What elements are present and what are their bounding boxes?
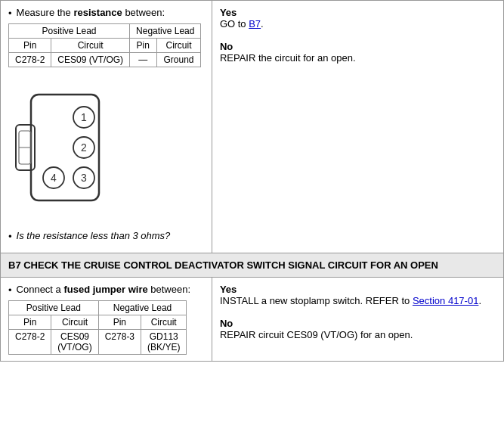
- yes-no-block-b7: Yes INSTALL a new stoplamp switch. REFER…: [220, 284, 496, 340]
- b7-header-cell: B7 CHECK THE CRUISE CONTROL DEACTIVATOR …: [1, 253, 504, 278]
- question-text: Is the resistance less than 3 ohms?: [17, 230, 171, 241]
- connector-diagram: 1 2 3 4: [8, 79, 204, 218]
- neg-circuit-value: Ground: [156, 53, 201, 67]
- connect-bullet-dot: •: [8, 284, 12, 296]
- svg-text:4: 4: [51, 172, 57, 184]
- neg-pin-value: —: [130, 53, 156, 67]
- measure-bullet: • Measure the resistance between:: [8, 7, 204, 19]
- fused-bold: fused jumper wire: [63, 284, 147, 295]
- top-left-cell: • Measure the resistance between: Positi…: [1, 1, 212, 253]
- main-layout-table: • Measure the resistance between: Positi…: [0, 0, 504, 362]
- resistance-table: Positive Lead Negative Lead Pin Circuit …: [8, 23, 201, 67]
- yes-install-text: INSTALL a new stoplamp switch. REFER to: [220, 295, 413, 306]
- positive-lead-header: Positive Lead: [9, 24, 130, 39]
- connect-text: Connect a fused jumper wire between:: [17, 284, 191, 295]
- b7-left-cell: • Connect a fused jumper wire between: P…: [1, 278, 212, 362]
- no-section-b7: No REPAIR circuit CES09 (VT/OG) for an o…: [220, 318, 496, 340]
- svg-text:2: 2: [81, 141, 87, 154]
- no-label-top: No: [220, 41, 233, 52]
- b7-pos-circuit-header: Circuit: [51, 315, 98, 330]
- b7-right-cell: Yes INSTALL a new stoplamp switch. REFER…: [212, 278, 503, 362]
- b7-pos-pin-header: Pin: [9, 315, 51, 330]
- yes-no-block-top: Yes GO to B7. No REPAIR the circuit for …: [220, 7, 496, 64]
- yes-label-top: Yes: [220, 7, 237, 18]
- bullet-dot: •: [8, 8, 12, 19]
- resistance-row: C278-2 CES09 (VT/OG) — Ground: [9, 53, 201, 67]
- b7-pos-pin-value: C278-2: [9, 330, 51, 355]
- svg-text:1: 1: [81, 111, 87, 123]
- yes-go-text: GO to: [220, 18, 249, 30]
- b7-neg-circuit-header: Circuit: [141, 315, 187, 330]
- yes-text-b7: INSTALL a new stoplamp switch. REFER to …: [220, 295, 481, 306]
- no-text-top: REPAIR the circuit for an open.: [220, 52, 356, 64]
- measure-text: Measure the resistance between:: [17, 7, 165, 18]
- no-section-top: No REPAIR the circuit for an open.: [220, 41, 496, 64]
- pos-pin-header: Pin: [9, 39, 51, 53]
- no-label-b7: No: [220, 318, 233, 329]
- b7-neg-pin-value: C278-3: [98, 330, 141, 355]
- b7-neg-circuit-value: GD113(BK/YE): [141, 330, 187, 355]
- b7-lead-table: Positive Lead Negative Lead Pin Circuit …: [8, 300, 187, 355]
- b7-link[interactable]: B7: [249, 18, 261, 30]
- neg-pin-header: Pin: [130, 39, 156, 53]
- negative-lead-header: Negative Lead: [130, 24, 201, 39]
- question-bullet-dot: •: [8, 231, 12, 242]
- pos-circuit-header: Circuit: [51, 39, 130, 53]
- yes-text-top: GO to B7.: [220, 18, 264, 30]
- svg-rect-0: [31, 95, 99, 200]
- b7-lead-row: C278-2 CES09(VT/OG) C278-3 GD113(BK/YE): [9, 330, 187, 355]
- b7-header-text: B7 CHECK THE CRUISE CONTROL DEACTIVATOR …: [8, 259, 438, 271]
- svg-text:3: 3: [81, 172, 87, 184]
- b7-neg-pin-header: Pin: [98, 315, 141, 330]
- section-link[interactable]: Section 417-01: [413, 295, 478, 306]
- yes-section-b7: Yes INSTALL a new stoplamp switch. REFER…: [220, 284, 496, 306]
- yes-label-b7: Yes: [220, 284, 237, 295]
- b7-negative-lead-header: Negative Lead: [98, 301, 187, 315]
- yes-suffix: .: [478, 295, 481, 306]
- neg-circuit-header: Circuit: [156, 39, 201, 53]
- resistance-bold: resistance: [73, 7, 122, 18]
- b7-positive-lead-header: Positive Lead: [9, 301, 99, 315]
- no-text-b7: REPAIR circuit CES09 (VT/OG) for an open…: [220, 329, 413, 340]
- yes-section-top: Yes GO to B7.: [220, 7, 496, 30]
- question-bullet: • Is the resistance less than 3 ohms?: [8, 230, 204, 242]
- pos-circuit-value: CES09 (VT/OG): [51, 53, 130, 67]
- connect-bullet: • Connect a fused jumper wire between:: [8, 284, 204, 296]
- top-right-cell: Yes GO to B7. No REPAIR the circuit for …: [212, 1, 503, 253]
- b7-pos-circuit-value: CES09(VT/OG): [51, 330, 98, 355]
- pos-pin-value: C278-2: [9, 53, 51, 67]
